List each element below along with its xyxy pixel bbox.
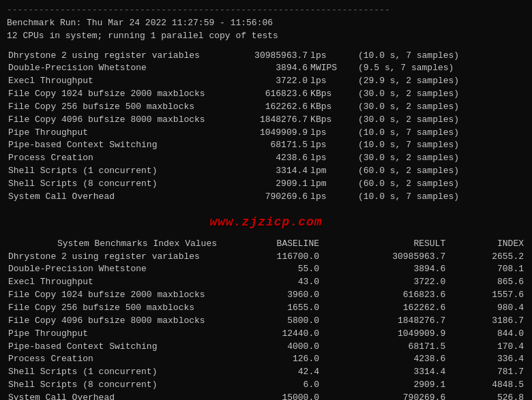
- index-header-row: System Benchmarks Index Values BASELINE …: [7, 238, 525, 251]
- index-baseline: 42.4: [218, 366, 321, 379]
- benchmark-row: File Copy 256 bufsize 500 maxblocks 1622…: [7, 101, 525, 114]
- index-index: 781.7: [447, 366, 525, 379]
- index-baseline: 1655.0: [218, 302, 321, 315]
- bench-unit: lpm: [309, 165, 357, 178]
- index-index: 526.8: [447, 392, 525, 400]
- bench-value: 3314.4: [218, 165, 309, 178]
- index-result: 3894.6: [321, 263, 447, 276]
- bench-name: Pipe Throughput: [7, 127, 218, 140]
- bench-extra: (10.0 s, 7 samples): [357, 191, 525, 204]
- index-table: System Benchmarks Index Values BASELINE …: [7, 238, 525, 400]
- bench-name: Pipe-based Context Switching: [7, 139, 218, 152]
- bench-name: Double-Precision Whetstone: [7, 62, 218, 75]
- index-baseline: 43.0: [218, 276, 321, 289]
- index-row: Double-Precision Whetstone 55.0 3894.6 7…: [7, 263, 525, 276]
- index-name: File Copy 1024 bufsize 2000 maxblocks: [7, 289, 218, 302]
- bench-name: File Copy 256 bufsize 500 maxblocks: [7, 101, 218, 114]
- index-result: 3722.0: [321, 276, 447, 289]
- bench-extra: (30.0 s, 2 samples): [357, 88, 525, 101]
- bench-extra: (29.9 s, 2 samples): [357, 75, 525, 88]
- bench-name: Process Creation: [7, 152, 218, 165]
- index-index: 865.6: [447, 276, 525, 289]
- benchmark-row: Shell Scripts (1 concurrent) 3314.4 lpm …: [7, 165, 525, 178]
- bench-value: 2909.1: [218, 178, 309, 191]
- index-index: 844.0: [447, 328, 525, 341]
- bench-value: 3894.6: [218, 62, 309, 75]
- index-row: System Call Overhead 15000.0 790269.6 52…: [7, 392, 525, 400]
- benchmark-row: Execl Throughput 3722.0 lps (29.9 s, 2 s…: [7, 75, 525, 88]
- index-row: Dhrystone 2 using register variables 116…: [7, 251, 525, 264]
- index-row: Shell Scripts (1 concurrent) 42.4 3314.4…: [7, 366, 525, 379]
- index-baseline: 5800.0: [218, 315, 321, 328]
- index-result: 2909.1: [321, 379, 447, 392]
- bench-extra: (30.0 s, 2 samples): [357, 152, 525, 165]
- bench-name: Shell Scripts (8 concurrent): [7, 178, 218, 191]
- bench-extra: (10.0 s, 7 samples): [357, 50, 525, 63]
- index-row: Shell Scripts (8 concurrent) 6.0 2909.1 …: [7, 379, 525, 392]
- bench-unit: KBps: [309, 88, 357, 101]
- bench-extra: (30.0 s, 2 samples): [357, 101, 525, 114]
- bench-unit: lps: [309, 139, 357, 152]
- index-baseline: 6.0: [218, 379, 321, 392]
- bench-value: 616823.6: [218, 88, 309, 101]
- index-name: Shell Scripts (1 concurrent): [7, 366, 218, 379]
- index-baseline: 3960.0: [218, 289, 321, 302]
- bench-extra: (9.5 s, 7 samples): [357, 62, 525, 75]
- header-section: Benchmark Run: Thu Mar 24 2022 11:27:59 …: [7, 17, 525, 43]
- index-result: 616823.6: [321, 289, 447, 302]
- index-result: 3314.4: [321, 366, 447, 379]
- index-name: File Copy 256 bufsize 500 maxblocks: [7, 302, 218, 315]
- index-name: Dhrystone 2 using register variables: [7, 251, 218, 264]
- header-line2: 12 CPUs in system; running 1 parallel co…: [7, 30, 525, 43]
- top-divider: ----------------------------------------…: [7, 4, 525, 17]
- index-baseline: 126.0: [218, 353, 321, 366]
- index-name: Shell Scripts (8 concurrent): [7, 379, 218, 392]
- index-name: System Call Overhead: [7, 392, 218, 400]
- index-result: 162262.6: [321, 302, 447, 315]
- index-col-baseline-header: BASELINE: [218, 238, 321, 251]
- index-index: 4848.5: [447, 379, 525, 392]
- bench-name: Execl Throughput: [7, 75, 218, 88]
- index-row: Process Creation 126.0 4238.6 336.4: [7, 353, 525, 366]
- index-result: 30985963.7: [321, 251, 447, 264]
- index-index: 336.4: [447, 353, 525, 366]
- bench-value: 68171.5: [218, 139, 309, 152]
- bench-unit: MWIPS: [309, 62, 357, 75]
- bench-value: 30985963.7: [218, 50, 309, 63]
- index-row: File Copy 256 bufsize 500 maxblocks 1655…: [7, 302, 525, 315]
- bench-extra: (10.0 s, 7 samples): [357, 127, 525, 140]
- index-index: 708.1: [447, 263, 525, 276]
- index-name: Process Creation: [7, 353, 218, 366]
- bench-value: 1848276.7: [218, 114, 309, 127]
- bench-value: 4238.6: [218, 152, 309, 165]
- benchmark-results-table: Dhrystone 2 using register variables 309…: [7, 50, 525, 204]
- index-row: Pipe Throughput 12440.0 1049909.9 844.0: [7, 328, 525, 341]
- index-index: 2655.2: [447, 251, 525, 264]
- bench-name: Dhrystone 2 using register variables: [7, 50, 218, 63]
- index-baseline: 116700.0: [218, 251, 321, 264]
- bench-name: Shell Scripts (1 concurrent): [7, 165, 218, 178]
- index-result: 790269.6: [321, 392, 447, 400]
- header-line1: Benchmark Run: Thu Mar 24 2022 11:27:59 …: [7, 17, 525, 30]
- index-result: 1848276.7: [321, 315, 447, 328]
- watermark: www.zjzicp.com: [7, 213, 525, 231]
- bench-unit: lps: [309, 127, 357, 140]
- benchmark-row: Process Creation 4238.6 lps (30.0 s, 2 s…: [7, 152, 525, 165]
- bench-unit: lps: [309, 75, 357, 88]
- bench-unit: lpm: [309, 178, 357, 191]
- benchmark-row: File Copy 1024 bufsize 2000 maxblocks 61…: [7, 88, 525, 101]
- benchmark-row: Double-Precision Whetstone 3894.6 MWIPS …: [7, 62, 525, 75]
- benchmark-row: Pipe-based Context Switching 68171.5 lps…: [7, 139, 525, 152]
- bench-extra: (10.0 s, 7 samples): [357, 139, 525, 152]
- bench-value: 162262.6: [218, 101, 309, 114]
- index-name: Pipe-based Context Switching: [7, 341, 218, 354]
- benchmark-row: Shell Scripts (8 concurrent) 2909.1 lpm …: [7, 178, 525, 191]
- index-col-name-header: System Benchmarks Index Values: [7, 238, 218, 251]
- index-result: 4238.6: [321, 353, 447, 366]
- index-name: File Copy 4096 bufsize 8000 maxblocks: [7, 315, 218, 328]
- bench-value: 1049909.9: [218, 127, 309, 140]
- index-baseline: 55.0: [218, 263, 321, 276]
- index-row: File Copy 1024 bufsize 2000 maxblocks 39…: [7, 289, 525, 302]
- index-index: 170.4: [447, 341, 525, 354]
- bench-extra: (60.0 s, 2 samples): [357, 178, 525, 191]
